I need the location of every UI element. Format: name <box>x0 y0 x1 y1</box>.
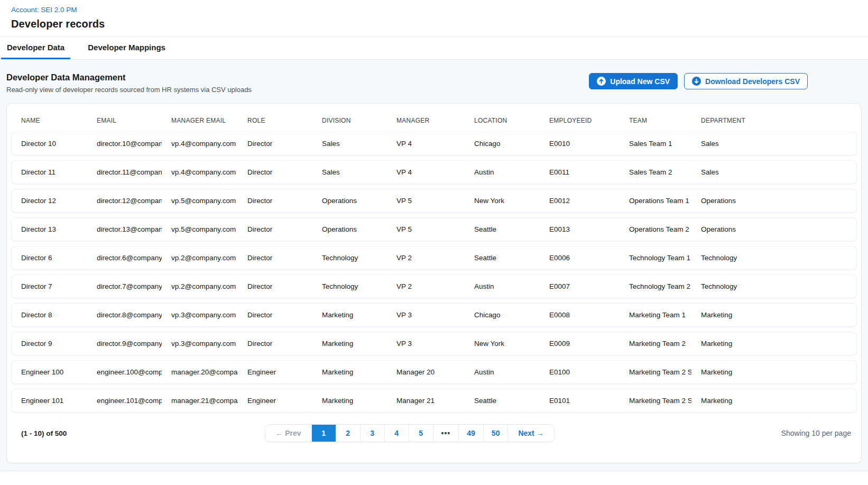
table-cell: Director 9 <box>12 340 87 347</box>
page: Account: SEI 2.0 PM Developer records De… <box>0 0 868 471</box>
tab-bar: Developer Data Developer Mappings <box>0 37 868 60</box>
table-cell: Sales <box>312 168 387 176</box>
table-cell: Engineer <box>238 397 312 405</box>
table-cell: Director 13 <box>12 225 87 233</box>
column-header-location: LOCATION <box>465 117 540 124</box>
table-row: Director 10director.10@compan...vp.4@com… <box>11 132 857 155</box>
page-2-button[interactable]: 2 <box>336 425 360 442</box>
table-cell: Director 6 <box>12 254 87 262</box>
table-cell: E0008 <box>540 311 620 319</box>
table-row: Director 7director.7@company....vp.2@com… <box>11 274 857 298</box>
table-cell: Chicago <box>465 311 540 319</box>
tab-developer-data[interactable]: Developer Data <box>1 37 70 59</box>
table-cell: Director <box>238 225 312 233</box>
page-ellipsis-button[interactable]: ••• <box>433 425 459 442</box>
table-cell: Marketing <box>691 397 856 405</box>
table-cell: director.13@compan... <box>87 225 162 233</box>
table-cell: vp.3@company.com <box>162 340 238 347</box>
table-cell: Director 12 <box>12 197 87 205</box>
column-header-email: EMAIL <box>87 117 162 124</box>
table-cell: Director 8 <box>12 311 87 319</box>
table-cell: Austin <box>465 368 540 376</box>
page-49-button[interactable]: 49 <box>458 425 483 442</box>
table-cell: Sales <box>691 140 856 148</box>
table-cell: Director 7 <box>12 282 87 290</box>
table-cell: New York <box>465 340 540 347</box>
table-cell: Marketing Team 2 <box>620 340 691 347</box>
developer-table: NAMEEMAILMANAGER EMAILROLEDIVISIONMANAGE… <box>6 103 862 463</box>
column-header-employeeid: EMPLOYEEID <box>540 117 620 124</box>
table-cell: E0013 <box>540 225 620 233</box>
table-cell: director.6@company.... <box>87 254 162 262</box>
table-cell: Director <box>238 168 312 176</box>
table-cell: Austin <box>465 282 540 290</box>
table-cell: Manager 21 <box>387 397 465 405</box>
table-cell: Technology <box>691 254 856 262</box>
table-cell: Marketing Team 2 Su... <box>620 397 691 405</box>
page-50-button[interactable]: 50 <box>483 425 508 442</box>
table-cell: Operations <box>312 197 387 205</box>
table-cell: manager.20@compa... <box>162 368 238 376</box>
table-cell: director.9@company.... <box>87 340 162 347</box>
tab-developer-mappings[interactable]: Developer Mappings <box>82 37 171 59</box>
column-header-role: ROLE <box>238 117 312 124</box>
table-cell: Seattle <box>465 225 540 233</box>
table-cell: Manager 20 <box>387 368 465 376</box>
table-cell: Director <box>238 340 312 347</box>
column-header-department: DEPARTMENT <box>691 117 856 124</box>
table-cell: director.7@company.... <box>87 282 162 290</box>
table-cell: Technology Team 2 <box>620 282 691 290</box>
table-cell: Technology <box>312 254 387 262</box>
table-cell: E0101 <box>540 397 620 405</box>
page-1-button[interactable]: 1 <box>311 425 336 442</box>
table-cell: Marketing <box>312 311 387 319</box>
table-cell: Technology <box>691 282 856 290</box>
section-subtitle: Read-only view of developer records sour… <box>6 86 252 94</box>
table-cell: E0011 <box>540 168 620 176</box>
table-cell: Director <box>238 311 312 319</box>
table-cell: engineer.101@comp... <box>87 397 162 405</box>
table-cell: Engineer 100 <box>12 368 87 376</box>
table-cell: director.11@compan... <box>87 168 162 176</box>
table-cell: VP 3 <box>387 311 465 319</box>
table-cell: Operations Team 2 <box>620 225 691 233</box>
table-cell: Austin <box>465 168 540 176</box>
table-cell: Marketing <box>312 397 387 405</box>
table-cell: engineer.100@comp... <box>87 368 162 376</box>
next-page-button[interactable]: Next → <box>507 425 553 442</box>
table-cell: VP 2 <box>387 254 465 262</box>
table-cell: Technology Team 1 <box>620 254 691 262</box>
table-cell: vp.4@company.com <box>162 140 238 148</box>
table-cell: vp.4@company.com <box>162 168 238 176</box>
table-row: Director 13director.13@compan...vp.5@com… <box>11 217 857 241</box>
column-header-team: TEAM <box>620 117 691 124</box>
table-row: Director 6director.6@company....vp.2@com… <box>11 246 857 270</box>
section-header: Developer Data Management Read-only view… <box>0 60 868 103</box>
section-title: Developer Data Management <box>6 72 252 83</box>
page-4-button[interactable]: 4 <box>384 425 409 442</box>
table-cell: Marketing <box>312 368 387 376</box>
account-link[interactable]: Account: SEI 2.0 PM <box>11 6 77 14</box>
table-cell: Operations <box>691 225 856 233</box>
table-cell: director.12@compan... <box>87 197 162 205</box>
table-cell: Marketing <box>312 340 387 347</box>
prev-page-button[interactable]: ← Prev <box>265 425 311 442</box>
page-size-label: Showing 10 per page <box>703 429 856 437</box>
table-cell: vp.3@company.com <box>162 311 238 319</box>
table-cell: Seattle <box>465 397 540 405</box>
table-cell: VP 4 <box>387 140 465 148</box>
section-titles: Developer Data Management Read-only view… <box>6 72 252 94</box>
table-cell: VP 5 <box>387 225 465 233</box>
table-cell: Director 10 <box>12 140 87 148</box>
upload-new-csv-button[interactable]: Upload New CSV <box>589 73 678 89</box>
page-5-button[interactable]: 5 <box>409 425 433 442</box>
column-header-manager: MANAGER <box>387 117 465 124</box>
table-cell: vp.5@company.com <box>162 225 238 233</box>
column-header-name: NAME <box>12 117 87 124</box>
table-cell: Director <box>238 254 312 262</box>
download-developers-csv-button[interactable]: Download Developers CSV <box>684 73 808 89</box>
table-cell: Sales Team 2 <box>620 168 691 176</box>
page-3-button[interactable]: 3 <box>360 425 384 442</box>
pagination-range: (1 - 10) of 500 <box>12 429 165 437</box>
table-cell: vp.2@company.com <box>162 282 238 290</box>
